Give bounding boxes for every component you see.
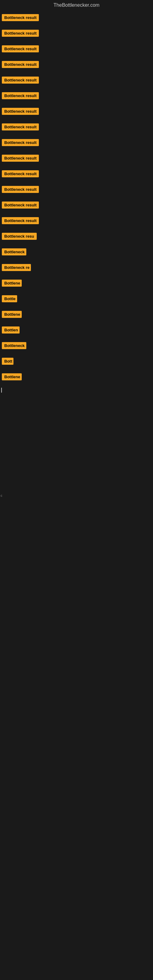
- bottleneck-row: Bottlene: [0, 307, 153, 323]
- bottleneck-badge[interactable]: Bottleneck result: [2, 92, 39, 99]
- bottleneck-badge[interactable]: Bottleneck: [2, 248, 26, 255]
- bottleneck-row: Bottleneck: [0, 245, 153, 260]
- bottleneck-badge[interactable]: Bottleneck: [2, 342, 26, 349]
- bottleneck-row: Bottleneck result: [0, 41, 153, 57]
- bottleneck-badge[interactable]: Bottleneck result: [2, 186, 39, 193]
- spacer: [0, 511, 153, 523]
- site-title: TheBottlenecker.com: [0, 0, 153, 10]
- bottleneck-badge[interactable]: Bottleneck result: [2, 170, 39, 177]
- bottleneck-row: Bottleneck result: [0, 182, 153, 198]
- bottleneck-badge[interactable]: Bott: [2, 358, 13, 365]
- bottleneck-badge[interactable]: Bottlen: [2, 326, 19, 334]
- spacer: [0, 572, 153, 584]
- bottleneck-row: Bottleneck result: [0, 120, 153, 135]
- spacer: [0, 535, 153, 547]
- bottleneck-row: Bottleneck result: [0, 213, 153, 229]
- spacer: [0, 468, 153, 480]
- bottleneck-row: Bottleneck result: [0, 104, 153, 120]
- bottleneck-badge[interactable]: Bottleneck result: [2, 155, 39, 162]
- spacer: [0, 523, 153, 535]
- bottleneck-badge[interactable]: Bottleneck re: [2, 264, 31, 271]
- bottleneck-row: Bottleneck result: [0, 89, 153, 104]
- bottleneck-row: Bottleneck result: [0, 167, 153, 182]
- bottleneck-badge[interactable]: Bottleneck result: [2, 30, 39, 37]
- spacer: [0, 431, 153, 444]
- bottleneck-row: Bottleneck result: [0, 26, 153, 41]
- bottleneck-badge[interactable]: Bottleneck result: [2, 61, 39, 68]
- bottleneck-badge[interactable]: Bottleneck result: [2, 123, 39, 130]
- bottleneck-row: Bottleneck result: [0, 198, 153, 213]
- bottleneck-badge[interactable]: Bottleneck resu: [2, 233, 37, 240]
- bottleneck-row: Bottlene: [0, 276, 153, 291]
- bottleneck-row: Bottleneck result: [0, 151, 153, 167]
- bottleneck-badge[interactable]: Bottlene: [2, 373, 22, 380]
- bottleneck-row: Bottleneck result: [0, 135, 153, 151]
- bottleneck-badge[interactable]: Bottlene: [2, 280, 22, 286]
- bottleneck-badge[interactable]: Bottle: [2, 295, 17, 302]
- spacer: [0, 609, 153, 621]
- spacer: [0, 547, 153, 560]
- bottleneck-row: Bottlene: [0, 370, 153, 385]
- bottleneck-row: Bottleneck result: [0, 57, 153, 73]
- bottleneck-row: Bottleneck result: [0, 73, 153, 89]
- spacer: [0, 480, 153, 492]
- spacer: [0, 560, 153, 572]
- spacer: [0, 597, 153, 609]
- spacer: [0, 584, 153, 597]
- bottleneck-row: Bott: [0, 354, 153, 370]
- bottleneck-badge[interactable]: Bottleneck result: [2, 202, 39, 208]
- text-cursor: [1, 388, 2, 393]
- bottleneck-row: Bottlen: [0, 323, 153, 339]
- bottom-label: c: [0, 492, 153, 499]
- bottleneck-badge[interactable]: Bottleneck result: [2, 139, 39, 146]
- bottleneck-row: Bottleneck result: [0, 10, 153, 26]
- spacer: [0, 499, 153, 511]
- spacer: [0, 456, 153, 468]
- bottleneck-badge[interactable]: Bottleneck result: [2, 76, 39, 84]
- bottleneck-badge[interactable]: Bottlene: [2, 311, 22, 318]
- bottleneck-row: Bottle: [0, 291, 153, 307]
- bottleneck-row: Bottleneck resu: [0, 229, 153, 245]
- spacer: [0, 395, 153, 407]
- bottleneck-badge[interactable]: Bottleneck result: [2, 108, 39, 115]
- bottleneck-badge[interactable]: Bottleneck result: [2, 45, 39, 52]
- spacer: [0, 419, 153, 431]
- bottleneck-row: Bottleneck re: [0, 260, 153, 276]
- spacer: [0, 444, 153, 456]
- cursor-row: [0, 385, 153, 395]
- bottleneck-badge[interactable]: Bottleneck result: [2, 217, 39, 224]
- spacer: [0, 407, 153, 419]
- bottleneck-row: Bottleneck: [0, 339, 153, 354]
- bottleneck-badge[interactable]: Bottleneck result: [2, 14, 39, 21]
